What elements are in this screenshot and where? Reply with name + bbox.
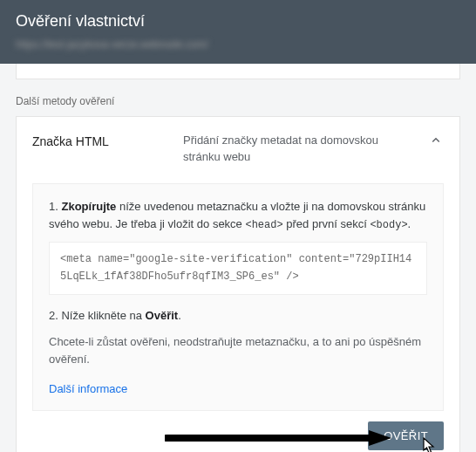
accordion-title: Značka HTML [32, 133, 167, 148]
svg-marker-1 [369, 430, 391, 446]
accordion-description: Přidání značky metadat na domovskou strá… [183, 133, 405, 166]
step-2: 2. Níže klikněte na Ověřit. [49, 307, 427, 325]
header-title: Ověření vlastnictví [16, 12, 460, 31]
previous-card-bottom [16, 64, 460, 79]
accordion-panel: 1. Zkopírujte níže uvedenou metaznačku a… [32, 183, 444, 412]
card-footer: OVĚŘIT [17, 411, 459, 452]
retain-note: Chcete-li zůstat ověřeni, neodstraňujte … [49, 333, 427, 368]
cursor-icon [421, 437, 437, 452]
chevron-up-icon [428, 133, 444, 148]
section-label: Další metody ověření [16, 95, 460, 107]
page-header: Ověření vlastnictví https://test-jazykov… [0, 0, 476, 64]
meta-tag-code[interactable]: <meta name="google-site-verification" co… [49, 242, 427, 294]
step-1: 1. Zkopírujte níže uvedenou metaznačku a… [49, 198, 427, 234]
arrow-annotation [165, 428, 391, 448]
accordion-header[interactable]: Značka HTML Přidání značky metadat na do… [17, 117, 459, 180]
html-tag-card: Značka HTML Přidání značky metadat na do… [16, 116, 460, 452]
header-url: https://test-jazykova-verze.webnode.com/ [16, 38, 208, 51]
more-info-link[interactable]: Další informace [49, 382, 127, 395]
